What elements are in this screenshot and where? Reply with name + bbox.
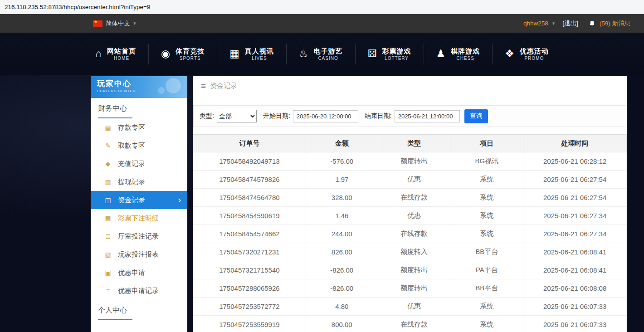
language-selector[interactable]: 简体中文 ▾ [93,20,136,28]
cell-amount: 1.97 [306,171,378,189]
nav-item-subtitle: LOTTERY [385,55,409,61]
cell-amount: -826.00 [306,261,378,279]
cell-project: PA平台 [450,261,523,279]
nav-item[interactable]: ♨ 电子游艺 CASINO [286,44,355,64]
bell-icon[interactable] [589,20,595,27]
player-report-icon: ▧ [104,251,112,258]
cell-time: 2025-06-21 06:27:54 [523,189,627,207]
sidebar-item-label: 厅室投注记录 [118,232,159,241]
deposit-icon: ▤ [104,124,112,131]
recharge-record-icon: ◆ [104,160,112,167]
sidebar-item[interactable]: ▤ 存款专区 › [91,118,187,137]
header-type: 类型 [378,135,450,152]
end-date-input[interactable] [395,110,460,122]
new-messages-link[interactable]: (59) 新消息 [600,20,630,28]
nav-item[interactable]: ▦ 真人视讯 LIVES [217,44,286,64]
cell-time: 2025-06-21 06:27:34 [523,225,627,243]
sidebar-item[interactable]: ≡ 优惠申请记录 › [91,282,187,300]
table-row: 1750457320271231 826.00 额度转入 BB平台 2025-0… [193,243,627,261]
cell-project: BB平台 [450,243,523,261]
sidebar-title: 玩家中心 [97,79,187,89]
header-amount: 金额 [306,135,378,152]
cell-project: BB平台 [450,279,523,298]
china-flag-icon [93,20,102,27]
table-row: 1750458454590619 1.46 优惠 系统 2025-06-21 0… [193,207,627,225]
list-menu-icon: ≡ [201,82,206,90]
breadcrumb-label: 资金记录 [210,82,237,90]
sidebar-item-label: 资金记录 [118,196,145,205]
nav-item[interactable]: ⌂ 网站首页 HOME [83,44,148,64]
type-select[interactable]: 全部 [217,110,257,122]
main-panel: ≡ 资金记录 类型: 全部 开始日期: 结束日期: 查询 [193,76,627,332]
sidebar-item[interactable]: ▣ 优惠申请 › [91,264,187,282]
nav-item-subtitle: PROMO [524,55,544,61]
language-label: 简体中文 [106,20,130,28]
cell-type: 优惠 [378,298,450,316]
withdrawal-record-icon: ▥ [104,178,112,186]
logout-button[interactable]: [退出] [562,20,578,28]
search-button[interactable]: 查询 [464,109,488,123]
cell-time: 2025-06-21 06:27:34 [523,207,627,225]
nav-item[interactable]: ⚄ 彩票游戏 LOTTERY [355,44,424,64]
cell-amount: 244.00 [306,225,378,243]
cell-time: 2025-06-21 06:27:54 [523,171,627,189]
promo-icon: ❖ [505,49,514,59]
cell-type: 额度转入 [378,243,450,261]
sidebar-item[interactable]: ✎ 取款专区 › [91,137,187,155]
nav-item-subtitle: LIVES [252,55,267,61]
table-row: 1750458454574662 244.00 在线存款 系统 2025-06-… [193,225,627,243]
cell-type: 在线存款 [378,189,450,207]
cell-type: 优惠 [378,207,450,225]
withdraw-icon: ✎ [104,142,112,149]
cell-type: 优惠 [378,171,450,189]
username[interactable]: qhhw258 [523,20,548,27]
sidebar-item[interactable]: ≣ 厅室投注记录 › [91,227,187,245]
table-header: 订单号 金额 类型 项目 处理时间 [193,135,627,152]
nav-item[interactable]: ◉ 体育竞技 SPORTS [148,44,217,64]
sidebar-item[interactable]: ◫ 资金记录 › [91,191,187,209]
sidebar-item[interactable]: ▥ 提现记录 › [91,173,187,191]
cell-project: BG视讯 [450,152,523,171]
cell-order-id: 1750457321715540 [193,261,306,279]
chevron-down-icon[interactable]: ▾ [552,20,555,26]
cell-type: 在线存款 [378,225,450,243]
cell-time: 2025-06-21 06:08:08 [523,279,627,298]
sidebar-item[interactable]: ▦ 彩票下注明细 › [91,209,187,227]
nav-item[interactable]: ♟ 棋牌游戏 CHESS [424,44,493,64]
cell-amount: 1.46 [306,207,378,225]
sidebar-item[interactable]: ▧ 玩家投注报表 › [91,245,187,264]
promo-apply-icon: ▣ [104,269,112,276]
sidebar-item-label: 取款专区 [118,142,145,150]
live-video-icon: ▦ [229,49,239,59]
browser-url[interactable]: 216.118.235.52:8783/hhcp/usercenter.html… [5,4,150,10]
nav-item[interactable]: ❖ 优惠活动 PROMO [492,44,561,64]
table-row: 1750457253572772 4.80 优惠 系统 2025-06-21 0… [193,298,627,316]
sidebar-item[interactable]: ◆ 充值记录 › [91,155,187,173]
nav-item-title: 网站首页 [107,47,136,55]
sidebar-header: 玩家中心 PLAYERS CENTER [91,76,187,98]
cell-project: 系统 [450,225,523,243]
nav-item-title: 彩票游戏 [382,47,411,55]
chevron-down-icon: ▾ [133,20,136,26]
nav-item-title: 真人视讯 [245,47,274,55]
filter-bar: 类型: 全部 开始日期: 结束日期: 查询 [193,105,626,127]
browser-url-bar[interactable]: 216.118.235.52:8783/hhcp/usercenter.html… [0,0,644,14]
nav-item-subtitle: CHESS [456,55,474,61]
lottery-bet-icon: ▦ [104,215,112,222]
sidebar-item-label: 优惠申请记录 [118,287,159,295]
cell-project: 系统 [450,207,523,225]
nav-item-title: 电子游艺 [314,47,343,55]
cell-project: 系统 [450,316,523,332]
cell-order-id: 1750458474564780 [193,189,306,207]
nav-item-subtitle: CASINO [318,55,338,61]
start-date-input[interactable] [293,110,358,122]
sidebar-item-label: 优惠申请 [118,269,145,277]
cell-project: 系统 [450,298,523,316]
cell-type: 额度转出 [378,261,450,279]
account-bar: 简体中文 ▾ qhhw258 ▾ [退出] (59) 新消息 [0,14,644,33]
sidebar-item-label: 充值记录 [118,160,145,168]
chevron-right-icon: › [178,196,181,204]
sidebar-item-label: 提现记录 [118,178,145,186]
cell-type: 额度转出 [378,279,450,298]
nav-item-title: 体育竞技 [176,47,205,55]
